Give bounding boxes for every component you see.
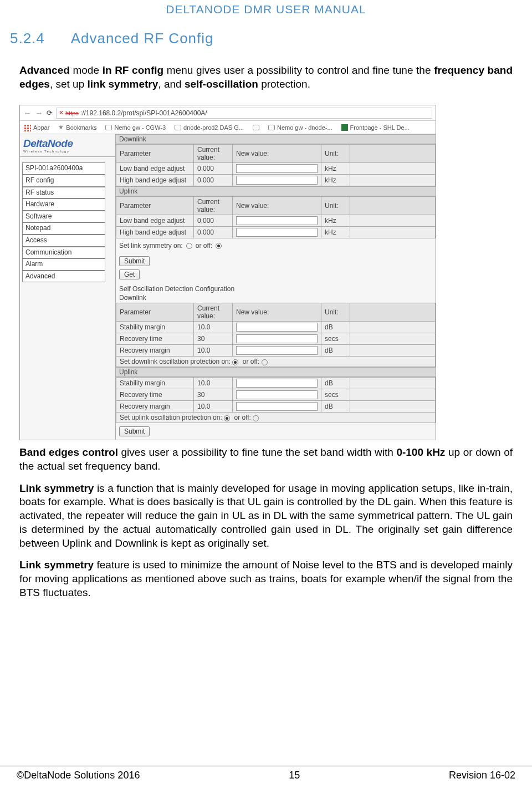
page-icon	[253, 125, 259, 130]
bandedge-paragraph: Band edges control gives user a possibil…	[0, 446, 532, 481]
sod-uplink-heading: Uplink	[116, 367, 436, 377]
apps-grid-icon	[23, 124, 31, 131]
submit-button[interactable]: Submit	[119, 256, 150, 266]
folder-icon	[175, 125, 181, 130]
uplink-bandedge-table: Parameter Current value: New value: Unit…	[116, 196, 436, 238]
bookmark-bar: Appar ★Bookmarks Nemo gw - CGW-3 dnode-p…	[20, 121, 436, 134]
table-row: Low band edge adjust 0.000 kHz	[116, 163, 436, 175]
sidebar-item-advanced[interactable]: Advanced	[22, 271, 105, 283]
footer-revision: Revision 16-02	[449, 770, 515, 781]
sidebar-item-alarm[interactable]: Alarm	[22, 258, 105, 271]
browser-address-bar: ← → ⟳ ✕ https ://192.168.0.2/prot/spi/SP…	[20, 105, 436, 121]
downlink-heading: Downlink	[116, 134, 436, 144]
dl-recmargin-input[interactable]	[236, 346, 318, 355]
linksym-paragraph-2: Link symmetry feature is used to minimiz…	[0, 558, 532, 608]
url-text: ://192.168.0.2/prot/spi/SPI-001A2600400A…	[80, 109, 207, 117]
brand-logo: DeltaNode Wireless Technology	[20, 134, 115, 157]
insecure-lock-icon: ✕	[59, 109, 64, 116]
dl-lowedge-input[interactable]	[236, 164, 318, 173]
sidebar-item-access[interactable]: Access	[22, 235, 105, 247]
bookmark-blank[interactable]	[253, 125, 259, 130]
link-sym-on-radio[interactable]	[186, 243, 192, 249]
ul-rectime-input[interactable]	[236, 390, 318, 399]
sod-heading: Self Oscillation Detection Configuration	[116, 283, 436, 294]
embedded-screenshot: ← → ⟳ ✕ https ://192.168.0.2/prot/spi/SP…	[19, 105, 436, 440]
sidebar-item-software[interactable]: Software	[22, 211, 105, 223]
sidebar-item-spi[interactable]: SPI-001a2600400a	[22, 162, 105, 175]
page-footer: ©DeltaNode Solutions 2016 15 Revision 16…	[0, 766, 532, 781]
ul-recmargin-input[interactable]	[236, 402, 318, 411]
reload-icon[interactable]: ⟳	[47, 109, 53, 117]
https-strikethrough: https	[65, 110, 79, 116]
bookmark-3[interactable]: Nemo gw - dnode-...	[268, 124, 332, 131]
dl-prot-on-radio[interactable]	[232, 359, 238, 365]
dl-prot-off-radio[interactable]	[262, 359, 268, 365]
sod-downlink-table: Parameter Current value: New value: Unit…	[116, 303, 436, 367]
uplink-heading: Uplink	[116, 186, 436, 196]
dl-stability-input[interactable]	[236, 323, 318, 332]
sod-downlink-heading: Downlink	[116, 294, 436, 303]
apps-shortcut[interactable]: Appar	[23, 124, 49, 131]
get-button[interactable]: Get	[119, 269, 140, 279]
site-icon	[341, 124, 348, 131]
table-row: Low band edge adjust 0.000 kHz	[116, 215, 436, 227]
star-icon: ★	[58, 124, 64, 131]
sidebar-item-communication[interactable]: Communication	[22, 247, 105, 259]
section-heading: 5.2.4 Advanced RF Config	[0, 22, 532, 64]
back-icon[interactable]: ←	[23, 108, 32, 118]
page-header: DELTANODE DMR USER MANUAL	[0, 0, 532, 22]
footer-page-number: 15	[289, 770, 300, 781]
linksym-paragraph-1: Link symmetry is a function that is main…	[0, 482, 532, 558]
side-menu: SPI-001a2600400a RF config RF status Har…	[20, 157, 115, 282]
link-symmetry-row: Set link symmetry on: or off:	[116, 238, 436, 253]
folder-icon	[268, 125, 275, 130]
bookmarks-shortcut[interactable]: ★Bookmarks	[58, 124, 96, 131]
downlink-bandedge-table: Parameter Current value: New value: Unit…	[116, 144, 436, 186]
submit-button-2[interactable]: Submit	[119, 426, 150, 436]
bookmark-4[interactable]: Frontpage - SHL De...	[341, 124, 410, 131]
ul-lowedge-input[interactable]	[236, 216, 318, 225]
bookmark-2[interactable]: dnode-prod2 DAS G...	[175, 124, 244, 131]
dl-rectime-input[interactable]	[236, 334, 318, 343]
footer-copyright: ©DeltaNode Solutions 2016	[17, 770, 140, 781]
ul-highedge-input[interactable]	[236, 228, 318, 237]
sod-uplink-table: Stability margin10.0dB Recovery time30se…	[116, 377, 436, 423]
config-panel: Downlink Parameter Current value: New va…	[115, 134, 436, 440]
ul-stability-input[interactable]	[236, 379, 318, 388]
section-title: Advanced RF Config	[71, 30, 214, 47]
link-sym-off-radio[interactable]	[216, 243, 222, 249]
url-input[interactable]: ✕ https ://192.168.0.2/prot/spi/SPI-001A…	[56, 108, 432, 119]
sidebar-item-rfconfig[interactable]: RF config	[22, 175, 105, 187]
bookmark-1[interactable]: Nemo gw - CGW-3	[105, 124, 166, 131]
forward-icon[interactable]: →	[35, 108, 43, 118]
sidebar-item-hardware[interactable]: Hardware	[22, 199, 105, 211]
intro-paragraph: Advanced mode in RF config menu gives us…	[0, 64, 532, 99]
dl-highedge-input[interactable]	[236, 176, 318, 185]
table-row: High band edge adjust 0.000 kHz	[116, 175, 436, 186]
ul-prot-on-radio[interactable]	[224, 415, 230, 421]
ul-prot-off-radio[interactable]	[253, 415, 259, 421]
table-row: High band edge adjust 0.000 kHz	[116, 227, 436, 238]
section-number: 5.2.4	[10, 30, 45, 47]
sidebar-item-rfstatus[interactable]: RF status	[22, 187, 105, 199]
folder-icon	[105, 125, 112, 130]
sidebar-item-notepad[interactable]: Notepad	[22, 222, 105, 235]
